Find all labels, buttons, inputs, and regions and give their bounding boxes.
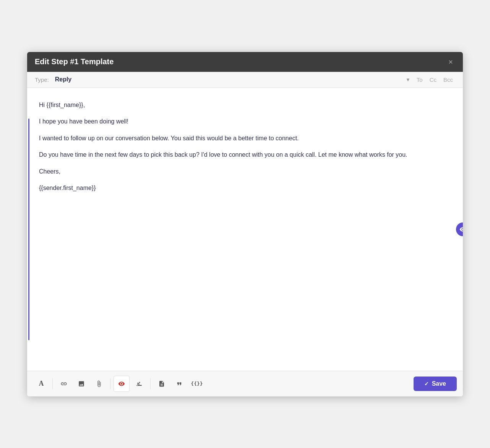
pointer-button[interactable] xyxy=(131,376,147,392)
document-icon xyxy=(158,380,165,387)
document-button[interactable] xyxy=(154,376,170,392)
eye-badge-icon xyxy=(459,226,463,233)
attachment-icon xyxy=(96,380,102,387)
type-toolbar: Type: Reply ▼ To Cc Bcc xyxy=(27,72,463,88)
email-line-cheers: Cheers, xyxy=(39,167,452,177)
email-line-followup: I wanted to follow up on our conversatio… xyxy=(39,133,452,143)
link-icon xyxy=(60,380,67,387)
type-value: Reply xyxy=(55,76,72,83)
email-line-question: Do you have time in the next few days to… xyxy=(39,150,452,160)
email-line-greeting: Hi {{first_name}}, xyxy=(39,100,452,110)
modal-title: Edit Step #1 Template xyxy=(35,57,114,66)
recipient-fields: ▼ To Cc Bcc xyxy=(406,76,455,84)
divider-1 xyxy=(52,378,53,389)
divider-3 xyxy=(150,378,151,389)
code-template-button[interactable]: {{}} xyxy=(189,376,205,392)
save-label: Save xyxy=(432,380,446,387)
type-label: Type: xyxy=(35,76,49,83)
font-button[interactable]: A xyxy=(33,376,49,392)
quote-icon xyxy=(176,380,183,387)
to-field-label[interactable]: To xyxy=(414,76,425,84)
cc-field-label[interactable]: Cc xyxy=(427,76,439,84)
preview-eye-icon xyxy=(118,380,125,387)
quote-button[interactable] xyxy=(171,376,187,392)
pointer-icon xyxy=(136,380,143,387)
email-line-hope: I hope you have been doing well! xyxy=(39,117,452,127)
email-body-area[interactable]: Hi {{first_name}}, I hope you have been … xyxy=(27,88,463,371)
modal-header: Edit Step #1 Template × xyxy=(27,52,463,72)
dropdown-arrow-icon[interactable]: ▼ xyxy=(406,77,410,83)
email-line-sender: {{sender.first_name}} xyxy=(39,183,452,193)
attachment-button[interactable] xyxy=(91,376,107,392)
edit-step-modal: Edit Step #1 Template × Type: Reply ▼ To… xyxy=(27,52,463,396)
link-button[interactable] xyxy=(56,376,72,392)
email-content-editor[interactable]: Hi {{first_name}}, I hope you have been … xyxy=(39,100,452,330)
preview-button[interactable] xyxy=(114,376,130,392)
image-button[interactable] xyxy=(73,376,89,392)
left-accent-bar xyxy=(28,118,29,340)
font-icon: A xyxy=(39,380,44,388)
image-icon xyxy=(78,380,85,387)
save-button[interactable]: ✓ Save xyxy=(414,377,457,391)
code-template-icon: {{}} xyxy=(191,381,203,386)
bottom-toolbar: A xyxy=(27,371,463,396)
divider-2 xyxy=(110,378,110,389)
side-preview-badge[interactable] xyxy=(456,222,463,236)
bcc-field-label[interactable]: Bcc xyxy=(441,76,455,84)
save-checkmark-icon: ✓ xyxy=(424,381,429,387)
close-button[interactable]: × xyxy=(446,57,455,67)
